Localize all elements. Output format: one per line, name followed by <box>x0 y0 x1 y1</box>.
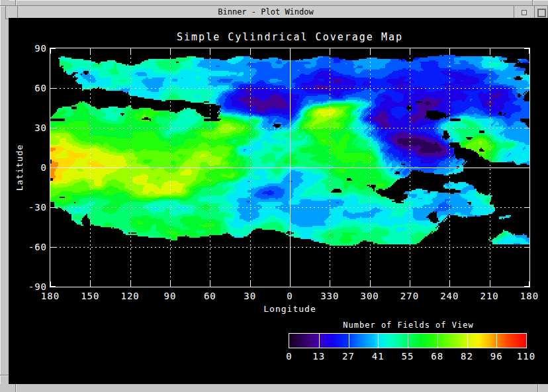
x-tick-label: 30 <box>244 291 256 301</box>
frame-bottom-resize[interactable] <box>0 384 548 392</box>
colorbar-title: Number of Fields of View <box>343 320 473 330</box>
corner-handle-notch <box>537 384 538 392</box>
maximize-icon <box>537 9 546 17</box>
x-tick-label: 330 <box>320 291 339 301</box>
colorbar-divider <box>408 334 408 348</box>
colorbar-tick-label: 68 <box>431 351 443 362</box>
x-tick-label: 240 <box>440 291 459 301</box>
colorbar-tick-label: 41 <box>372 351 385 362</box>
y-tick-label: 30 <box>17 122 47 133</box>
colorbar-divider <box>378 334 379 348</box>
plot-box <box>50 48 530 287</box>
colorbar-tick-label: 96 <box>490 351 503 362</box>
minimize-button[interactable] <box>514 6 534 19</box>
y-tick-label: -30 <box>17 202 47 213</box>
window: Binner - Plot Window Simple Cylindrical … <box>0 0 548 392</box>
colorbar-tick-label: 13 <box>312 351 325 362</box>
x-tick-label: 300 <box>361 291 379 301</box>
client-area: Simple Cylindrical Coverage Map Latitude… <box>9 18 548 384</box>
frame-left-resize[interactable] <box>0 0 9 392</box>
y-tick-label: -90 <box>17 281 47 292</box>
corner-handle-notch <box>15 0 16 5</box>
colorbar-divider <box>467 334 468 348</box>
colorbar-tick-label: 55 <box>402 351 414 362</box>
colorbar-tick-label: 0 <box>286 351 292 362</box>
corner-handle-notch <box>0 375 9 375</box>
x-tick-label: 60 <box>204 291 216 301</box>
window-title: Binner - Plot Window <box>18 6 514 19</box>
colorbar-gradient <box>289 334 526 348</box>
x-tick-label: 150 <box>81 291 99 301</box>
x-tick-label: 210 <box>480 291 499 301</box>
y-tick-label: 90 <box>17 43 47 54</box>
x-tick-label: 0 <box>287 291 293 301</box>
x-tick-label: 270 <box>400 291 419 301</box>
title-bar[interactable]: Binner - Plot Window <box>5 5 548 19</box>
y-tick-label: -60 <box>17 242 47 252</box>
colorbar-divider <box>496 334 497 348</box>
maximize-button[interactable] <box>534 6 547 19</box>
coverage-map-canvas <box>50 48 529 287</box>
x-tick-label: 180 <box>41 291 60 301</box>
y-tick-label: 60 <box>17 83 47 93</box>
plot-title: Simple Cylindrical Coverage Map <box>177 31 403 43</box>
colorbar-tick-label: 82 <box>461 351 473 362</box>
x-tick-label: 120 <box>121 291 140 301</box>
colorbar-divider <box>437 334 438 348</box>
corner-handle-notch <box>532 0 533 5</box>
colorbar <box>289 333 527 348</box>
x-axis-label: Longitude <box>263 304 316 314</box>
colorbar-tick-label: 27 <box>342 351 355 362</box>
x-tick-label: 180 <box>520 291 539 301</box>
colorbar-divider <box>349 334 349 348</box>
window-menu-button[interactable] <box>6 6 18 19</box>
colorbar-tick-label: 110 <box>517 351 535 362</box>
corner-handle-notch <box>15 384 16 392</box>
y-tick-label: 0 <box>17 162 47 173</box>
minimize-icon <box>522 10 527 15</box>
colorbar-divider <box>319 334 320 348</box>
x-tick-label: 90 <box>164 291 177 301</box>
